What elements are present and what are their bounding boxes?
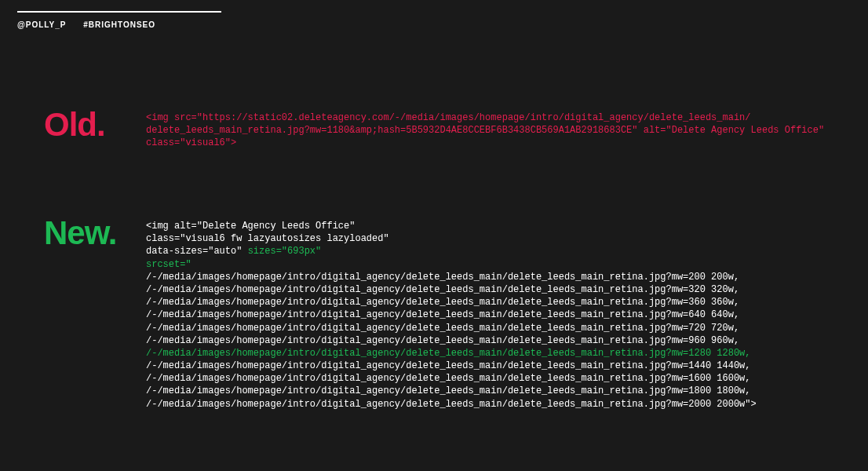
old-section: Old. <img src="https://static02.deleteag…	[44, 108, 824, 150]
srcset-row-320: /-/media/images/homepage/intro/digital_a…	[146, 284, 739, 295]
srcset-row-1800: /-/media/images/homepage/intro/digital_a…	[146, 385, 751, 396]
old-code-line-2: delete_leeds_main_retina.jpg?mw=1180&amp…	[146, 125, 824, 136]
srcset-row-360: /-/media/images/homepage/intro/digital_a…	[146, 297, 739, 308]
srcset-row-640: /-/media/images/homepage/intro/digital_a…	[146, 309, 739, 320]
new-code-line-1: <img alt="Delete Agency Leeds Office"	[146, 221, 355, 232]
old-label: Old.	[44, 108, 146, 141]
event-hashtag: #BRIGHTONSEO	[83, 20, 155, 29]
srcset-row-200: /-/media/images/homepage/intro/digital_a…	[146, 272, 739, 283]
srcset-row-720: /-/media/images/homepage/intro/digital_a…	[146, 323, 739, 334]
new-code-line-2: class="visual6 fw lazyautosizes lazyload…	[146, 233, 389, 244]
new-section: New. <img alt="Delete Agency Leeds Offic…	[44, 217, 757, 411]
srcset-row-1600: /-/media/images/homepage/intro/digital_a…	[146, 373, 751, 384]
old-code-line-1: <img src="https://static02.deleteagency.…	[146, 112, 751, 123]
slide-meta: @POLLY_P #BRIGHTONSEO	[17, 20, 170, 29]
new-label: New.	[44, 217, 146, 250]
old-code-line-3: class="visual6">	[146, 137, 236, 148]
new-code-srcset-highlight: srcset="	[146, 259, 191, 270]
new-code-sizes-highlight: sizes="693px"	[248, 246, 322, 257]
srcset-row-960: /-/media/images/homepage/intro/digital_a…	[146, 335, 739, 346]
new-code-block: <img alt="Delete Agency Leeds Office" cl…	[146, 220, 757, 411]
srcset-row-1440: /-/media/images/homepage/intro/digital_a…	[146, 360, 751, 371]
new-code-line-3a: data-sizes="auto"	[146, 246, 248, 257]
author-handle: @POLLY_P	[17, 20, 66, 29]
srcset-row-2000: /-/media/images/homepage/intro/digital_a…	[146, 399, 757, 410]
srcset-row-1280: /-/media/images/homepage/intro/digital_a…	[146, 348, 751, 359]
old-code-block: <img src="https://static02.deleteagency.…	[146, 111, 824, 150]
header-divider	[17, 11, 221, 13]
